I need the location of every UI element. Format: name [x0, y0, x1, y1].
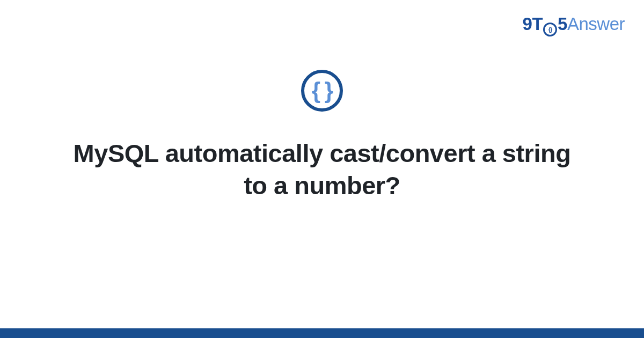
footer-bar [0, 328, 644, 338]
content-center: { } MySQL automatically cast/convert a s… [0, 70, 644, 202]
logo-text-5: 5 [558, 14, 567, 34]
braces-glyph: { } [312, 79, 332, 102]
site-logo: 9T5Answer [523, 14, 625, 36]
code-braces-icon: { } [301, 70, 343, 112]
question-title: MySQL automatically cast/convert a strin… [64, 137, 580, 202]
logo-text-answer: Answer [567, 14, 625, 34]
logo-text-9t: 9T [523, 14, 543, 34]
logo-circle-icon [543, 23, 557, 36]
